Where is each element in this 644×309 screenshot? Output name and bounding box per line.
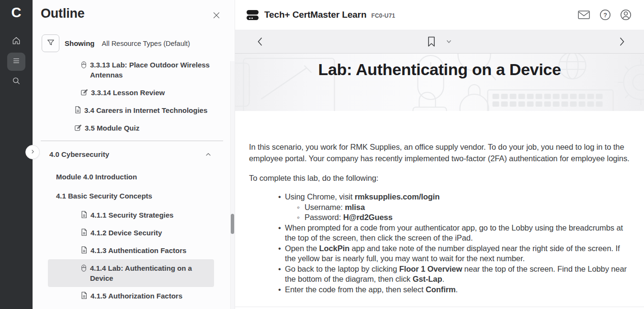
outline-item-label: 4.1.5 Authorization Factors: [90, 291, 182, 301]
outline-scrollbar-track[interactable]: [230, 61, 235, 309]
instruction-item: Enter the code from the app, then select…: [285, 285, 630, 295]
search-icon: [11, 76, 21, 88]
filter-label: Showing: [65, 39, 95, 47]
outline-title: Outline: [41, 6, 85, 21]
outline-panel: Outline Showing All Resource Types (Defa…: [33, 0, 235, 309]
bookmark-icon: [428, 41, 435, 48]
main-content: Tech+ CertMaster Learn FC0-U71 ?: [235, 0, 644, 309]
app-window: C Outline Showing All Resource: [0, 0, 644, 309]
outline-list: 3.3.13 Lab: Place Outdoor Wireless Anten…: [48, 60, 214, 301]
bookmark-group: [426, 34, 453, 49]
bookmark-button[interactable]: [426, 34, 437, 49]
chevron-up-icon[interactable]: [204, 151, 212, 158]
instruction-subitem: Username: mlisa: [305, 202, 630, 213]
outline-item-label: 4.1.3 Authentication Factors: [90, 245, 186, 255]
app-title: Tech+ CertMaster Learn: [264, 10, 366, 20]
filter-button[interactable]: [42, 34, 59, 52]
outline-section-label: 4.0 Cybersecurity: [49, 149, 109, 159]
document-icon: [80, 228, 88, 236]
outline-item[interactable]: 3.3.14 Lesson Review: [48, 88, 214, 98]
instruction-item: Open the LockPin app and take note of th…: [285, 243, 630, 264]
home-button[interactable]: [7, 33, 25, 51]
document-icon: [80, 210, 88, 219]
close-icon: [212, 14, 221, 22]
lesson-navbar: [235, 30, 644, 54]
instruction-subitem: Password: H@rd2Guess: [305, 212, 630, 223]
outline-item-label: 4.1 Basic Security Concepts: [56, 191, 152, 201]
mail-icon: [577, 14, 590, 22]
outline-scrollbar-thumb[interactable]: [231, 214, 234, 234]
outline-item-label: 3.5 Module Quiz: [85, 123, 139, 133]
outline-item-label: 4.1.1 Security Strategies: [90, 210, 173, 220]
outline-item[interactable]: 4.1.3 Authentication Factors: [48, 245, 214, 255]
chevron-right-icon: [619, 41, 625, 48]
outline-item-label: 4.1.4 Lab: Authenticating on a Device: [90, 263, 214, 283]
pencil-icon: [80, 88, 88, 96]
document-icon: [80, 291, 88, 299]
chevron-left-icon: [257, 41, 263, 48]
menu-icon: [11, 56, 21, 67]
outline-item[interactable]: 4.1 Basic Security Concepts: [48, 191, 214, 201]
previous-page-button[interactable]: [255, 35, 265, 48]
bookmark-menu-button[interactable]: [444, 38, 453, 45]
outline-item-label: 3.3.13 Lab: Place Outdoor Wireless Anten…: [90, 60, 214, 80]
outline-menu-button[interactable]: [7, 53, 25, 71]
outline-item[interactable]: 3.4 Careers in Internet Technologies: [48, 105, 214, 115]
account-icon: [620, 15, 632, 22]
outline-item-selected[interactable]: 4.1.4 Lab: Authenticating on a Device: [48, 259, 214, 287]
instruction-item: Go back to the laptop by clicking Floor …: [285, 264, 630, 285]
chevron-down-icon: [446, 38, 452, 45]
next-page-button[interactable]: [617, 35, 627, 48]
svg-text:?: ?: [603, 12, 607, 19]
outline-item[interactable]: 4.1.1 Security Strategies: [48, 210, 214, 220]
outline-item[interactable]: Module 4.0 Introduction: [48, 172, 214, 182]
brand-logo: C: [11, 3, 22, 22]
header-icons: ?: [577, 9, 632, 21]
filter-value: All Resource Types (Default): [102, 40, 190, 47]
instruction-list: Using Chrome, visit rmksupplies.com/logi…: [249, 192, 630, 295]
messages-button[interactable]: [577, 10, 590, 20]
outline-item[interactable]: 3.5 Module Quiz: [48, 123, 214, 133]
outline-item[interactable]: 3.3.13 Lab: Place Outdoor Wireless Anten…: [48, 60, 214, 80]
document-icon: [74, 106, 81, 114]
collapse-outline-button[interactable]: [25, 145, 40, 159]
instruction-item: Using Chrome, visit rmksupplies.com/logi…: [285, 192, 630, 223]
rail-nav: [7, 33, 25, 91]
outline-item-label: 3.4 Careers in Internet Technologies: [84, 105, 207, 115]
credential-sublist: Username: mlisa Password: H@rd2Guess: [285, 202, 630, 223]
help-icon: ?: [599, 15, 611, 22]
filter-icon: [46, 38, 56, 49]
filter-row: Showing All Resource Types (Default): [42, 34, 235, 52]
help-button[interactable]: ?: [599, 9, 611, 21]
lesson-banner: Lab: Authenticating on a Device: [235, 54, 644, 111]
outline-item-label: Module 4.0 Introduction: [56, 172, 137, 182]
chevron-right-icon: [29, 148, 36, 156]
outline-item[interactable]: 4.1.2 Device Security: [48, 228, 214, 238]
lesson-body: In this scenario, you work for RMK Suppl…: [235, 111, 644, 295]
scenario-paragraph: In this scenario, you work for RMK Suppl…: [249, 141, 630, 164]
outline-item-label: 4.1.2 Device Security: [90, 228, 162, 238]
outline-section-header[interactable]: 4.0 Cybersecurity: [48, 149, 214, 159]
instructions-intro: To complete this lab, do the following:: [249, 172, 630, 184]
outline-item-label: 3.3.14 Lesson Review: [91, 88, 165, 98]
outline-item[interactable]: 4.1.5 Authorization Factors: [48, 291, 214, 301]
document-icon: [80, 246, 88, 254]
close-outline-button[interactable]: [211, 10, 222, 21]
search-button[interactable]: [7, 73, 25, 91]
home-icon: [11, 36, 21, 47]
outline-divider: [41, 141, 223, 141]
comptia-logo-icon: [247, 9, 259, 21]
page-title: Lab: Authenticating on a Device: [235, 54, 644, 79]
app-header: Tech+ CertMaster Learn FC0-U71 ?: [235, 0, 644, 30]
lesson-document: Lab: Authenticating on a Device In this …: [235, 54, 644, 309]
account-button[interactable]: [620, 9, 632, 21]
mouse-icon: [80, 264, 87, 273]
exam-code-badge: FC0-U71: [371, 12, 395, 19]
mouse-icon: [80, 60, 87, 69]
instruction-item: When prompted for a code from your authe…: [285, 223, 630, 243]
pencil-icon: [74, 123, 82, 132]
